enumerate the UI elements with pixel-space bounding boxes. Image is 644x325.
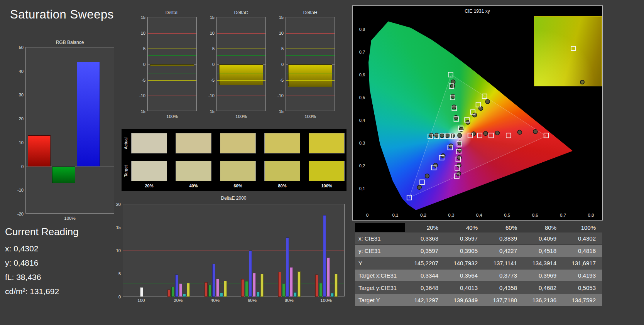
cie-y-axis: 0,80,70,60,50,40,30,20,1 xyxy=(353,18,367,211)
table-cell: 137,7180 xyxy=(484,297,523,303)
delta-c-plot: 151050-5-10-15 xyxy=(216,17,266,111)
cie-x-tick-0: 0 xyxy=(366,213,368,217)
y-tick-5: 5 xyxy=(203,46,215,51)
rgb-balance-chart[interactable]: RGB Balance 50403020100-10-20 100% xyxy=(12,39,116,224)
ref-line-3 xyxy=(286,55,335,56)
swatch-target-80% xyxy=(264,161,300,181)
swatch-col-label-100%: 100% xyxy=(321,184,332,188)
y-tick-5: 5 xyxy=(134,46,145,51)
y-tick--15: -15 xyxy=(134,109,145,114)
measured-point-green xyxy=(451,94,455,98)
cie-1931-xy-chart[interactable]: CIE 1931 xy 0,80,70,60,50,40,30,20,1 00,… xyxy=(352,5,603,221)
table-cell: 0,3597 xyxy=(405,248,445,254)
measured-point-red xyxy=(495,131,499,135)
deltae-bar-red-100% xyxy=(315,274,318,297)
de-ref-line-10 xyxy=(123,251,344,251)
y-tick-20: 20 xyxy=(12,116,24,121)
measured-point-green xyxy=(452,105,456,109)
swatch-col-label-80%: 80% xyxy=(278,184,286,188)
swatch-col-label-40%: 40% xyxy=(189,184,198,188)
y-tick-0: 0 xyxy=(134,62,145,67)
y-tick--5: -5 xyxy=(272,78,284,83)
cie-x-tick-0,6: 0,6 xyxy=(532,213,538,217)
ref-line--10 xyxy=(286,96,335,96)
y-tick-15: 15 xyxy=(272,15,284,20)
ref-line-3 xyxy=(148,55,196,56)
y-tick--10: -10 xyxy=(12,188,24,192)
table-row-label: x: CIE31 xyxy=(355,235,405,242)
ref-line--10 xyxy=(217,96,265,96)
cie-y-tick-0,2: 0,2 xyxy=(353,163,365,168)
cie-x-tick-0,4: 0,4 xyxy=(476,213,482,217)
ref-line-10 xyxy=(148,33,196,34)
de-ref-line-3 xyxy=(123,283,344,283)
current-reading-cdm2: cd/m²: 131,692 xyxy=(5,287,79,296)
delta-h-title: DeltaH xyxy=(286,10,335,15)
cie-zoom-inset xyxy=(534,16,602,86)
y-tick--20: -20 xyxy=(12,212,24,216)
delta-l-plot: 151050-5-10-15 xyxy=(147,17,197,111)
cie-y-tick-0,8: 0,8 xyxy=(353,27,365,32)
table-cell: 0,4227 xyxy=(484,248,523,254)
de-x-label-80%: 80% xyxy=(285,298,294,303)
table-row-3: Y145,2207140,7932137,1141134,3914131,691… xyxy=(355,257,602,269)
table-cell: 0,4302 xyxy=(563,235,602,242)
deltae-bar-magenta-80% xyxy=(290,267,293,297)
delta-h-chart[interactable]: DeltaH 151050-5-10-15 100% xyxy=(273,9,337,123)
table-cell: 140,7932 xyxy=(445,260,484,266)
table-cell: 0,4013 xyxy=(445,285,484,291)
y-tick-5: 5 xyxy=(272,46,284,51)
deltae-bar-yellow-60% xyxy=(260,274,264,297)
rgb-bar-red xyxy=(28,135,51,166)
table-cell: 0,3344 xyxy=(405,272,445,279)
y-tick-0: 0 xyxy=(12,164,24,169)
inset-measured-circle-marker xyxy=(580,80,585,84)
de-x-label-40%: 40% xyxy=(211,298,220,303)
y-tick-0: 0 xyxy=(109,295,121,299)
y-tick-15: 15 xyxy=(203,15,215,20)
table-row-label: Target y:CIE31 xyxy=(355,285,405,291)
delta-c-title: DeltaC xyxy=(216,10,266,15)
delta-c-chart[interactable]: DeltaC 151050-5-10-15 100% xyxy=(204,9,268,123)
swatch-row-label-actual: Actual xyxy=(123,133,129,153)
table-cell: 145,2207 xyxy=(405,260,445,266)
ref-line-3 xyxy=(217,55,265,56)
de-x-label-100: 100 xyxy=(137,298,145,303)
table-header-row: 20%40%60%80%100% xyxy=(355,223,602,232)
delta-bar xyxy=(219,64,263,85)
deltae-bar-magenta-40% xyxy=(216,279,219,297)
measured-point-cyan xyxy=(434,133,439,137)
cie-title: CIE 1931 xy xyxy=(353,8,602,14)
table-cell: 0,3905 xyxy=(445,248,484,254)
deltae-bar-cyan-40% xyxy=(220,293,223,297)
ref-line-10 xyxy=(286,33,335,34)
deltae-bar-magenta-20% xyxy=(179,283,182,297)
swatch-actual-80% xyxy=(264,133,300,153)
delta-l-x-label: 100% xyxy=(147,114,197,119)
measured-point-yellow xyxy=(485,99,490,104)
y-tick-20: 20 xyxy=(109,202,121,207)
table-header-cell-60%: 60% xyxy=(484,224,523,231)
measured-point-magenta xyxy=(457,163,461,167)
swatch-actual-60% xyxy=(220,133,256,153)
y-tick-40: 40 xyxy=(12,69,24,74)
measured-point-red xyxy=(533,130,538,134)
table-cell: 131,6917 xyxy=(563,260,602,266)
cie-x-tick-0,8: 0,8 xyxy=(588,213,594,217)
table-cell: 0,3564 xyxy=(445,272,484,279)
y-tick-15: 15 xyxy=(134,15,145,20)
ref-line--3 xyxy=(286,74,335,74)
swatch-actual-20% xyxy=(131,133,167,153)
table-cell: 0,4059 xyxy=(523,235,563,242)
delta-l-chart[interactable]: DeltaL 151050-5-10-15 100% xyxy=(135,9,199,123)
delta-e-2000-chart[interactable]: DeltaE 2000 20151050 10020%40%60%80%100% xyxy=(115,195,347,306)
swatch-row-label-target: Target xyxy=(123,161,129,181)
ref-line--5 xyxy=(286,80,335,81)
swatch-col-label-60%: 60% xyxy=(233,184,242,188)
deltae-bar-blue-100% xyxy=(323,215,326,297)
actual-target-swatch-panel[interactable]: Actual Target 20%40%60%80%100% xyxy=(122,129,347,191)
table-cell: 134,3914 xyxy=(523,260,563,266)
table-cell: 137,1141 xyxy=(484,260,523,266)
cie-x-tick-0,5: 0,5 xyxy=(504,213,510,217)
deltae-bar-green-20% xyxy=(171,287,174,297)
